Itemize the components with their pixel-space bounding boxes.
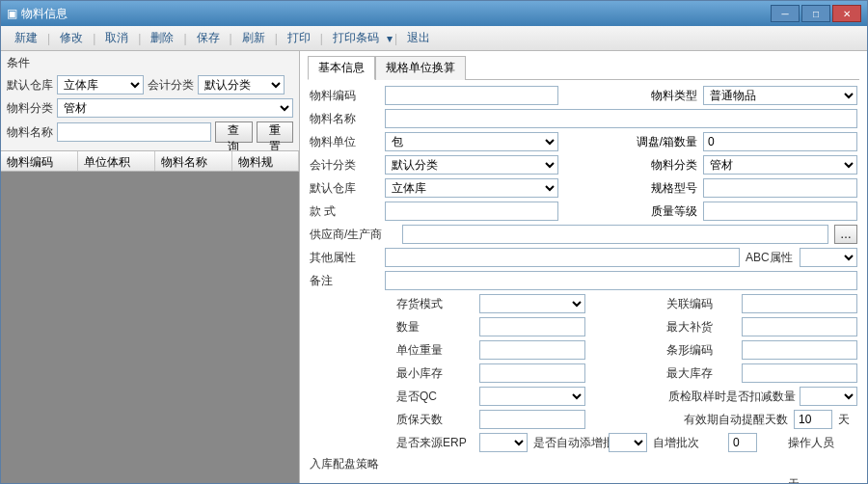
max-stock-input[interactable] [742,363,857,383]
day-unit: 天 [838,412,857,428]
name-label: 物料名称 [310,111,379,127]
minimize-button[interactable]: ─ [771,5,800,22]
rel-code-input[interactable] [742,294,857,313]
col-volume[interactable]: 单位体积 [78,151,155,171]
window-title: 物料信息 [21,6,68,22]
mat-name-label: 物料名称 [7,124,53,141]
type-select[interactable]: 普通物品 [703,86,857,105]
is-qc-label: 是否QC [396,389,474,405]
titlebar: ▣ 物料信息 ─ □ ✕ [1,1,867,26]
abc-select[interactable] [800,248,857,267]
remark-label: 备注 [310,273,379,289]
supplier-input[interactable] [402,225,828,244]
search-panel: 条件 默认仓库 立体库 会计分类 默认分类 物料分类 管材 物料名称 查询 重置 [1,51,299,150]
reset-button[interactable]: 重置 [257,121,294,143]
qa-days-label: 质保天数 [396,412,474,428]
warehouse2-label: 默认仓库 [310,180,379,197]
maximize-button[interactable]: □ [801,5,830,22]
col-name[interactable]: 物料名称 [155,151,232,171]
save-button[interactable]: 保存 [189,28,228,48]
warehouse2-select[interactable]: 立体库 [385,178,558,198]
qc-deduct-label: 质检取样时是否扣减数量 [668,389,794,405]
left-panel: 条件 默认仓库 立体库 会计分类 默认分类 物料分类 管材 物料名称 查询 重置 [1,51,300,483]
is-erp-label: 是否来源ERP [396,435,474,451]
count-input[interactable] [479,317,585,336]
auto-batch-select[interactable] [609,433,647,452]
type-label: 物料类型 [628,88,697,104]
print-button[interactable]: 打印 [280,28,318,48]
acct-label: 会计分类 [148,77,194,94]
right-panel: 基本信息 规格单位换算 物料编码 物料类型 普通物品 物料名称 物料单位 包 [300,51,867,483]
code-label: 物料编码 [310,88,379,104]
tabs: 基本信息 规格单位换算 [308,55,859,80]
unit-select[interactable]: 包 [385,132,558,151]
expire-warn-input[interactable] [794,410,832,429]
abc-label: ABC属性 [746,250,794,266]
rel-code-label: 关联编码 [666,296,736,312]
acct2-label: 会计分类 [310,157,379,174]
auto-inc-input[interactable] [728,433,757,452]
edit-button[interactable]: 修改 [52,28,91,48]
col-code[interactable]: 物料编码 [1,151,78,171]
min-stock-label: 最小库存 [396,365,474,382]
code-input[interactable] [385,86,558,105]
supplier-label: 供应商/生产商 [310,227,396,243]
style-input[interactable] [385,202,558,221]
stock-mode-select[interactable] [479,294,585,313]
day2-label: 天 [788,476,857,483]
name-input[interactable] [385,109,857,128]
app-icon: ▣ [7,7,17,20]
expire-warn-label: 有效期自动提醒天数 [663,412,788,428]
barcode-label: 条形编码 [666,342,736,359]
is-qc-select[interactable] [479,387,585,406]
min-stock-input[interactable] [479,363,585,383]
grid-body[interactable] [1,172,299,483]
acct-select[interactable]: 默认分类 [198,75,285,94]
auto-inc-label: 自增批次 [653,435,722,451]
spec-label: 规格型号 [628,180,697,197]
mat-cat2-label: 物料分类 [628,157,697,174]
max-replenish-input[interactable] [742,317,857,336]
refresh-button[interactable]: 刷新 [234,28,273,48]
warehouse-select[interactable]: 立体库 [57,75,144,94]
new-button[interactable]: 新建 [7,28,45,48]
count-label: 数量 [396,319,474,336]
search-header: 条件 [7,55,30,71]
operator-label: 操作人员 [788,435,857,451]
barcode-input[interactable] [742,340,857,360]
pallet-qty-input[interactable] [703,132,857,151]
col-spec[interactable]: 物料规 [232,151,299,171]
qa-days-input[interactable] [479,410,585,429]
spec-input[interactable] [703,178,857,198]
mat-name-input[interactable] [57,122,211,142]
close-button[interactable]: ✕ [832,5,861,22]
auto-batch-label: 是否自动添增批号 [533,435,603,451]
mat-cat2-select[interactable]: 管材 [703,155,857,175]
query-button[interactable]: 查询 [215,121,253,143]
app-window: ▣ 物料信息 ─ □ ✕ 新建| 修改| 取消| 删除| 保存| 刷新| 打印|… [0,0,868,484]
delete-button[interactable]: 删除 [143,28,181,48]
is-erp-select[interactable] [479,433,528,452]
tab-spec[interactable]: 规格单位换算 [375,56,466,80]
stock-mode-label: 存货模式 [396,296,474,312]
tab-basic[interactable]: 基本信息 [308,56,375,80]
style-label: 款 式 [310,203,379,220]
max-stock-label: 最大库存 [666,365,736,382]
quality-input[interactable] [703,202,857,221]
grid-header: 物料编码 单位体积 物料名称 物料规 [1,150,299,172]
remark-input[interactable] [385,271,857,290]
qc-deduct-select[interactable] [800,387,857,406]
mat-cat-select[interactable]: 管材 [57,98,293,118]
unit-label: 物料单位 [310,134,379,150]
pallet-qty-label: 调盘/箱数量 [610,134,697,150]
mat-cat-label: 物料分类 [7,100,53,117]
exit-button[interactable]: 退出 [399,28,438,48]
other-attr-input[interactable] [385,248,740,267]
print-barcode-button[interactable]: 打印条码 [325,28,387,48]
acct2-select[interactable]: 默认分类 [385,155,558,175]
quality-label: 质量等级 [628,203,697,220]
unit-weight-input[interactable] [479,340,585,360]
supplier-browse-button[interactable]: … [834,225,857,244]
cancel-button[interactable]: 取消 [97,28,136,48]
other-attr-label: 其他属性 [310,250,379,266]
